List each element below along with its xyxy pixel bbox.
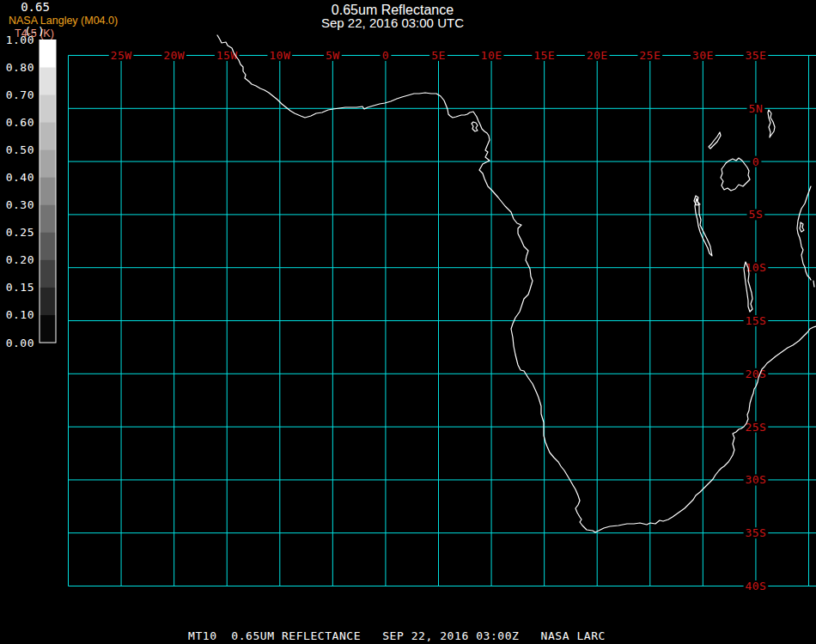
geo-label: 20E (587, 49, 608, 62)
zanzibar-island (800, 222, 804, 232)
geo-label: 35E (745, 49, 766, 62)
latlon-grid (69, 56, 816, 586)
geo-label: 10E (481, 49, 502, 62)
geo-label: 20W (163, 49, 185, 62)
colorbar-segment (40, 40, 56, 69)
colorbar-tick-label: 0.50 (6, 143, 34, 156)
map-canvas: 25W20W15W10W5W05E10E15E20E25E30E35E5N05S… (0, 0, 816, 644)
geo-label: 15S (745, 314, 766, 327)
colorbar-segment (40, 315, 56, 343)
colorbar-unit-label: (-) (24, 25, 44, 38)
colorbar: 1.000.800.700.600.500.400.300.250.200.15… (6, 33, 56, 349)
colorbar-segment (40, 150, 56, 179)
colorbar-segment (40, 205, 56, 234)
lake-turkana (768, 110, 775, 137)
geo-label: 5S (749, 208, 764, 221)
satellite-product-viewer: 25W20W15W10W5W05E10E15E20E25E30E35E5N05S… (0, 0, 816, 644)
colorbar-segment (40, 123, 56, 151)
geo-label: 20S (745, 368, 766, 380)
colorbar-tick-label: 0.10 (6, 308, 34, 321)
geo-label: 5E (431, 49, 446, 62)
colorbar-segment (40, 233, 56, 261)
colorbar-tick-label: 0.70 (6, 88, 34, 101)
colorbar-tick-label: 0.20 (6, 253, 34, 266)
lake-victoria (721, 158, 750, 191)
colorbar-tick-label: 0.40 (6, 171, 34, 184)
lake-tanganyika (695, 198, 712, 256)
page-subtitle: Sep 22, 2016 03:00 UTC (321, 15, 464, 30)
colorbar-segment (40, 68, 56, 96)
colorbar-value-title: 0.65 (21, 0, 50, 14)
colorbar-tick-label: 0.80 (6, 61, 34, 74)
geo-label: 25E (639, 49, 661, 62)
geo-label: 35S (745, 526, 766, 539)
geo-label: 10W (269, 49, 290, 62)
coastlines (217, 35, 816, 532)
geo-label: 5N (749, 102, 764, 115)
coast-stub (813, 281, 814, 287)
main (217, 35, 816, 532)
lake-albert (709, 132, 721, 149)
colorbar-segment (40, 178, 56, 206)
geo-label: 0 (382, 49, 389, 62)
geo-label: 25W (111, 49, 132, 62)
colorbar-segment (40, 288, 56, 316)
geo-label: 15W (216, 49, 238, 62)
colorbar-tick-label: 0.25 (6, 226, 34, 239)
bioko-island (472, 122, 478, 131)
geo-label: 15E (533, 49, 555, 62)
colorbar-tick-label: 0.30 (6, 198, 34, 211)
geo-label: 5W (326, 49, 340, 62)
colorbar-segment (40, 260, 56, 289)
geo-label: 30E (692, 49, 714, 62)
colorbar-tick-label: 0.00 (6, 337, 34, 349)
colorbar-tick-label: 0.60 (6, 116, 34, 129)
geo-label: 30S (745, 473, 766, 486)
footer-caption: MT10 0.65UM REFLECTANCE SEP 22, 2016 03:… (188, 629, 606, 642)
geo-label: 40S (745, 580, 766, 592)
colorbar-tick-label: 0.15 (6, 281, 34, 294)
colorbar-segment (40, 95, 56, 124)
geo-label: 0 (752, 155, 759, 168)
geo-label: 25S (745, 421, 766, 434)
